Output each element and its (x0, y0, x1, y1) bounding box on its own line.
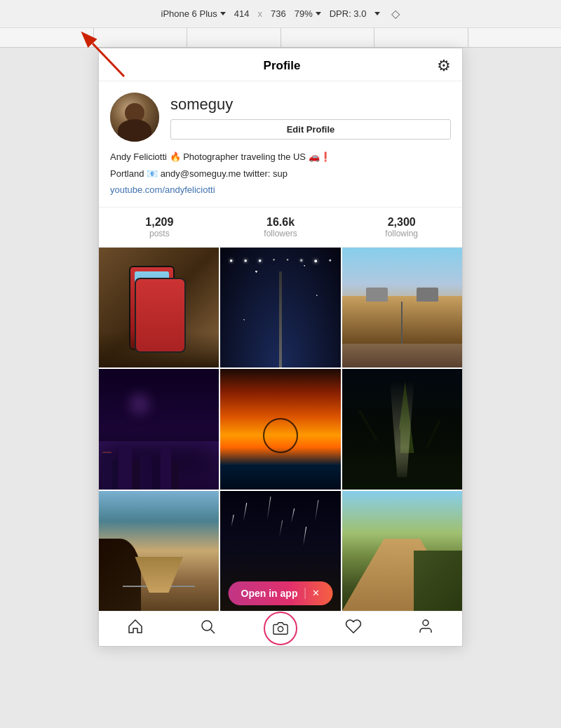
photo-7[interactable] (99, 491, 219, 611)
photo-2[interactable]: ● ● ● ● ● ● ● ● (220, 248, 340, 368)
heart-icon (345, 618, 362, 639)
zoom-level[interactable]: 79% (295, 8, 321, 19)
stat-followers[interactable]: 16.6k followers (220, 216, 342, 238)
photo-3[interactable] (342, 248, 462, 368)
zoom-dropdown-icon (316, 12, 321, 15)
banner-divider (304, 588, 305, 599)
avatar-image (110, 93, 159, 142)
page-title: Profile (127, 59, 437, 73)
stat-following[interactable]: 2,300 following (341, 216, 462, 238)
photo-1[interactable] (99, 248, 219, 368)
home-icon (127, 618, 144, 639)
tab-5[interactable] (374, 28, 468, 47)
resolution-width: 414 (234, 8, 250, 19)
banner-close-icon[interactable]: ✕ (312, 588, 320, 598)
following-count: 2,300 (341, 216, 462, 229)
device-name[interactable]: iPhone 6 Plus (161, 8, 226, 19)
edit-profile-button[interactable]: Edit Profile (170, 119, 451, 140)
nav-profile[interactable] (389, 618, 462, 639)
profile-top-row: someguy Edit Profile (110, 93, 451, 142)
photo-5[interactable] (220, 369, 340, 489)
stats-section: 1,209 posts 16.6k followers 2,300 follow… (99, 208, 462, 248)
camera-icon (273, 621, 288, 636)
device-dropdown-icon (220, 12, 226, 15)
search-icon (199, 618, 216, 639)
nav-activity[interactable] (317, 618, 390, 639)
settings-icon[interactable]: ⚙ (437, 57, 451, 75)
resolution-height: 736 (271, 8, 286, 19)
browser-bar: iPhone 6 Plus 414 x 736 79% DPR: 3.0 ◇ (0, 0, 561, 28)
svg-point-4 (278, 627, 283, 632)
profile-header: Profile ⚙ (99, 48, 462, 81)
following-label: following (341, 229, 462, 238)
tab-2[interactable] (94, 28, 188, 47)
tab-6[interactable] (468, 28, 562, 47)
followers-count: 16.6k (220, 216, 342, 229)
profile-right-column: someguy Edit Profile (170, 95, 451, 140)
photo-4[interactable] (99, 369, 219, 489)
tab-1[interactable] (0, 28, 94, 47)
person-icon (417, 618, 434, 639)
tab-4[interactable] (281, 28, 375, 47)
nav-search[interactable] (172, 618, 245, 639)
profile-info-section: someguy Edit Profile Andy Feliciotti 🔥 P… (99, 81, 462, 208)
tab-3[interactable] (187, 28, 281, 47)
nav-camera[interactable] (244, 612, 317, 645)
bio-line-1: Andy Feliciotti 🔥 Photographer traveling… (110, 150, 451, 164)
photo-6[interactable] (342, 369, 462, 489)
dpr-value: DPR: 3.0 (330, 8, 367, 19)
svg-line-3 (211, 630, 215, 634)
rotation-icon[interactable]: ◇ (391, 7, 400, 20)
stat-posts[interactable]: 1,209 posts (99, 216, 220, 238)
svg-point-5 (423, 620, 428, 626)
bio-line-2: Portland 📧 andy@someguy.me twitter: sup (110, 167, 451, 181)
open-in-app-banner: Open in app ✕ (229, 581, 333, 605)
nav-home[interactable] (99, 618, 172, 639)
open-in-app-label: Open in app (241, 588, 298, 599)
avatar (110, 93, 159, 142)
posts-count: 1,209 (99, 216, 220, 229)
photo-grid: ● ● ● ● ● ● ● ● (99, 248, 462, 611)
username: someguy (170, 95, 451, 114)
bio-link[interactable]: youtube.com/andyfeliciotti (110, 184, 215, 195)
followers-label: followers (220, 229, 342, 238)
posts-label: posts (99, 229, 220, 238)
svg-point-2 (202, 621, 212, 631)
phone-frame: Profile ⚙ someguy Edit Profile Andy Feli… (98, 48, 463, 647)
bottom-navigation (99, 611, 462, 646)
tab-bar (0, 28, 561, 48)
camera-circle (264, 612, 297, 645)
photo-9[interactable] (342, 491, 462, 611)
x-separator: x (257, 8, 262, 19)
dpr-dropdown-icon (374, 12, 380, 15)
